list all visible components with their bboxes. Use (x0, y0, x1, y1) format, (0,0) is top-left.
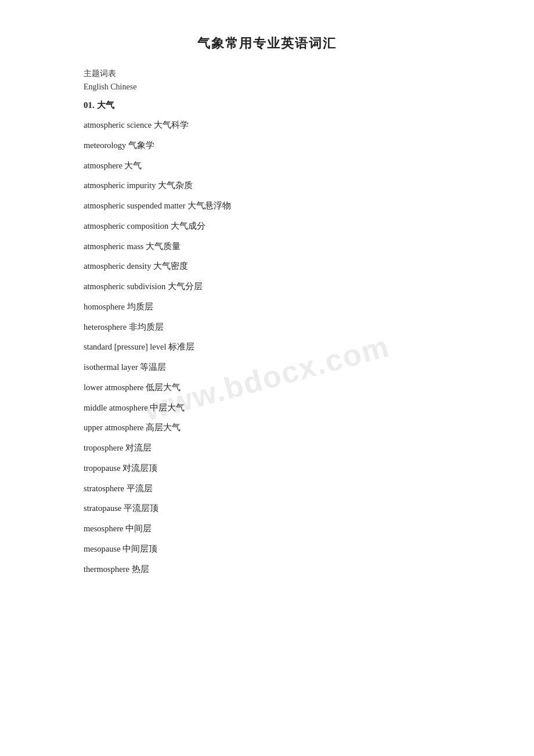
vocab-en: heterosphere (84, 322, 129, 332)
vocab-en: homosphere (84, 302, 127, 311)
vocab-item: atmospheric subdivision 大气分层 (84, 280, 450, 293)
vocab-item: tropopause 对流层顶 (84, 462, 450, 475)
vocab-zh: 热层 (132, 564, 149, 574)
vocab-zh: 大气质量 (146, 242, 181, 251)
vocab-item: stratosphere 平流层 (84, 483, 450, 495)
vocab-item: atmospheric suspended matter 大气悬浮物 (84, 200, 450, 213)
vocab-zh: 非均质层 (129, 322, 164, 332)
section-heading: 01. 大气 (84, 100, 450, 111)
vocab-en: stratopause (84, 503, 124, 513)
vocab-item: standard [pressure] level 标准层 (84, 341, 450, 354)
vocab-en: isothermal layer (84, 362, 140, 372)
vocab-item: isothermal layer 等温层 (84, 361, 450, 374)
vocab-item: atmospheric density 大气密度 (84, 260, 450, 273)
vocab-zh: 对流层 (125, 443, 151, 452)
vocab-en: thermosphere (84, 564, 132, 574)
vocab-zh: 大气密度 (153, 261, 188, 271)
vocab-en: atmospheric impurity (84, 181, 158, 190)
vocab-item: mesopause 中间层顶 (84, 543, 450, 556)
vocab-en: troposphere (84, 443, 125, 452)
vocab-zh: 气象学 (128, 141, 154, 150)
vocab-en: mesosphere (84, 524, 125, 533)
vocab-zh: 中间层 (125, 524, 151, 533)
vocab-zh: 大气科学 (154, 120, 189, 129)
vocab-zh: 均质层 (127, 302, 153, 311)
vocab-item: homosphere 均质层 (84, 301, 450, 314)
vocab-item: atmospheric composition 大气成分 (84, 220, 450, 233)
vocab-zh: 大气 (124, 161, 142, 170)
vocab-en: standard [pressure] level (84, 342, 168, 351)
vocab-en: mesopause (84, 544, 122, 553)
page-title: 气象常用专业英语词汇 (84, 35, 450, 52)
vocab-zh: 高层大气 (146, 423, 181, 432)
vocab-en: stratosphere (84, 484, 127, 493)
vocab-item: thermosphere 热层 (84, 563, 450, 576)
vocab-zh: 中层大气 (150, 403, 185, 412)
vocab-en: meteorology (84, 141, 128, 150)
vocab-item: atmospheric impurity 大气杂质 (84, 179, 450, 192)
vocab-zh: 大气成分 (171, 221, 205, 231)
vocab-en: atmospheric subdivision (84, 282, 168, 291)
vocab-en: atmospheric science (84, 120, 154, 129)
vocab-item: troposphere 对流层 (84, 442, 450, 455)
vocab-item: upper atmosphere 高层大气 (84, 422, 450, 434)
vocab-en: atmospheric density (84, 261, 153, 271)
vocab-en: atmospheric suspended matter (84, 201, 187, 210)
vocab-zh: 平流层 (127, 484, 153, 493)
vocab-item: atmosphere 大气 (84, 160, 450, 172)
vocab-en: atmosphere (84, 161, 124, 170)
vocab-zh: 大气分层 (168, 282, 203, 291)
subtitle: 主题词表 (84, 69, 450, 79)
vocab-item: lower atmosphere 低层大气 (84, 381, 450, 394)
vocab-zh: 平流层顶 (124, 503, 158, 513)
vocab-zh: 大气杂质 (158, 181, 193, 190)
vocab-item: middle atmosphere 中层大气 (84, 402, 450, 415)
vocab-en: middle atmosphere (84, 403, 150, 412)
vocab-en: tropopause (84, 463, 122, 473)
vocab-zh: 标准层 (168, 342, 194, 351)
vocab-en: atmospheric mass (84, 242, 146, 251)
vocab-en: atmospheric composition (84, 221, 171, 231)
vocab-item: atmospheric mass 大气质量 (84, 240, 450, 253)
vocab-item: meteorology 气象学 (84, 139, 450, 152)
header-row: English Chinese (84, 82, 450, 92)
vocab-item: heterosphere 非均质层 (84, 321, 450, 334)
vocab-item: stratopause 平流层顶 (84, 502, 450, 515)
vocab-item: mesosphere 中间层 (84, 523, 450, 535)
vocab-zh: 等温层 (140, 362, 166, 372)
vocab-zh: 中间层顶 (122, 544, 157, 553)
vocab-item: atmospheric science 大气科学 (84, 119, 450, 132)
vocab-en: upper atmosphere (84, 423, 146, 432)
vocab-en: lower atmosphere (84, 383, 146, 392)
vocab-zh: 大气悬浮物 (187, 201, 231, 210)
vocab-zh: 对流层顶 (122, 463, 157, 473)
vocab-zh: 低层大气 (146, 383, 181, 392)
